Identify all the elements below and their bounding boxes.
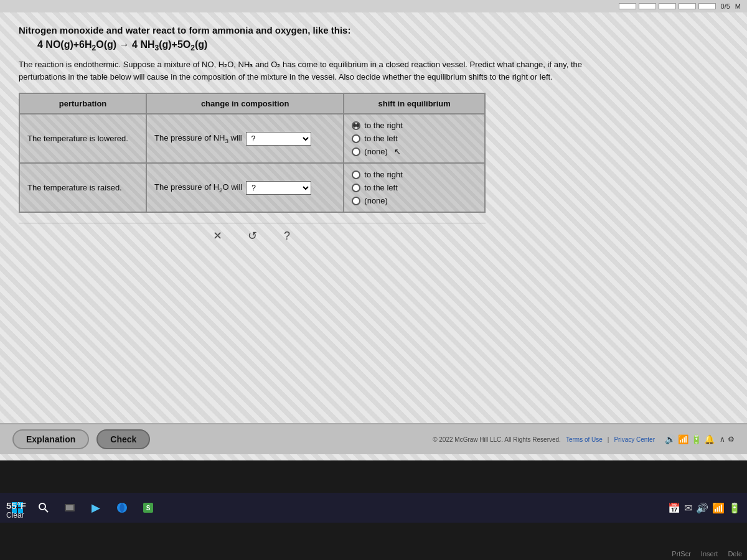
progress-seg-1 — [619, 3, 636, 9]
insert-hint: Insert — [701, 550, 718, 558]
progress-text: 0/5 — [721, 2, 730, 10]
search-button[interactable] — [32, 497, 55, 519]
cursor-indicator: ↖ — [394, 147, 401, 156]
settings-icon: ⚙ — [728, 435, 735, 444]
radio-label-left-2: to the left — [364, 183, 397, 192]
progress-bar: 0/5 — [619, 2, 730, 10]
copyright-text: © 2022 McGraw Hill LLC. All Rights Reser… — [433, 436, 561, 443]
taskbar-tray: 📅 ✉ 🔊 📶 🔋 — [668, 502, 741, 514]
help-icon[interactable]: ? — [278, 227, 296, 245]
equilibrium-table-wrapper: perturbation change in composition shift… — [19, 93, 728, 213]
progress-seg-5 — [698, 3, 716, 9]
composition-2: The pressure of H2O will ? increase decr… — [146, 163, 344, 212]
bottom-action-bar: Explanation Check © 2022 McGraw Hill LLC… — [0, 423, 747, 454]
weather-widget: 55°F Clear — [6, 500, 26, 520]
shift-1: to the right to the left (none) ↖ — [344, 114, 485, 163]
radio-circle-none-1 — [352, 147, 360, 156]
svg-point-4 — [39, 503, 45, 510]
system-tray: 🔊 📶 🔋 🔔 — [665, 434, 715, 444]
taskbar-wifi-icon[interactable]: 📶 — [712, 502, 725, 514]
radio-circle-left-1 — [352, 134, 360, 143]
problem-header: Nitrogen monoxide and water react to for… — [19, 25, 728, 35]
keyboard-hints: PrtScr Insert Dele — [667, 548, 747, 560]
svg-line-5 — [45, 509, 48, 512]
radio-left-2[interactable]: to the left — [352, 183, 477, 192]
radio-none-2[interactable]: (none) — [352, 196, 477, 205]
svg-text:S: S — [146, 505, 151, 511]
perturbation-2: The temperature is raised. — [19, 163, 146, 212]
radio-left-1[interactable]: to the left — [352, 134, 477, 143]
prtscn-hint: PrtScr — [672, 550, 691, 558]
explanation-button[interactable]: Explanation — [12, 429, 89, 449]
undo-icon[interactable]: ↺ — [243, 227, 261, 245]
table-row: The temperature is raised. The pressure … — [19, 163, 485, 212]
delete-hint: Dele — [728, 550, 742, 558]
page-label: M — [735, 2, 741, 10]
system-icons: © 2022 McGraw Hill LLC. All Rights Reser… — [433, 434, 735, 444]
notification-icon: 🔔 — [704, 434, 715, 444]
shift-2: to the right to the left (none) — [344, 163, 485, 212]
taskbar-mail-icon[interactable]: ✉ — [684, 502, 692, 514]
close-icon[interactable]: ✕ — [209, 227, 226, 245]
volume-icon: 📶 — [678, 434, 688, 444]
progress-seg-3 — [659, 3, 676, 9]
desktop-bottom — [0, 523, 747, 560]
chemical-equation: 4 NO(g)+6H2O(g) → 4 NH3(g)+5O2(g) — [37, 39, 728, 52]
composition-dropdown-2[interactable]: ? increase decrease stay the same — [246, 181, 311, 195]
table-row: The temperature is lowered. The pressure… — [19, 114, 485, 163]
composition-1: The pressure of NH3 will ? increase decr… — [146, 114, 344, 163]
radio-right-1[interactable]: to the right — [352, 121, 477, 130]
radio-label-right-1: to the right — [364, 121, 402, 130]
battery-icon: 🔋 — [691, 434, 702, 444]
svg-rect-7 — [66, 505, 73, 510]
content-panel: Nitrogen monoxide and water react to for… — [0, 12, 747, 460]
taskbar-speaker-icon[interactable]: 🔊 — [696, 502, 708, 514]
network-icon: 🔊 — [665, 434, 675, 444]
progress-seg-4 — [679, 3, 696, 9]
radio-group-2: to the right to the left (none) — [352, 170, 477, 205]
taskbar-app-1[interactable] — [59, 497, 81, 519]
composition-prefix-2: The pressure of H2O will — [154, 182, 242, 194]
radio-circle-right-2 — [352, 170, 360, 179]
radio-label-none-2: (none) — [364, 196, 388, 205]
composition-prefix-1: The pressure of NH3 will — [154, 133, 242, 144]
weather-temp: 55°F — [6, 500, 26, 511]
top-bar: 0/5 M — [0, 0, 747, 12]
taskbar-app-4[interactable]: S — [137, 497, 159, 519]
radio-group-1: to the right to the left (none) ↖ — [352, 121, 477, 156]
taskbar-app-3[interactable] — [111, 497, 133, 519]
check-button[interactable]: Check — [96, 429, 150, 449]
separator: | — [608, 436, 609, 443]
progress-seg-2 — [639, 3, 656, 9]
col-perturbation: perturbation — [19, 93, 146, 114]
composition-dropdown-1[interactable]: ? increase decrease stay the same — [246, 132, 311, 146]
perturbation-1: The temperature is lowered. — [19, 114, 146, 163]
up-chevron-icon: ∧ — [720, 435, 725, 444]
taskbar: ▶ S 📅 ✉ 🔊 📶 🔋 — [0, 493, 747, 523]
radio-right-2[interactable]: to the right — [352, 170, 477, 179]
problem-description: The reaction is endothermic. Suppose a m… — [19, 58, 728, 83]
terms-link[interactable]: Terms of Use — [566, 436, 603, 443]
radio-circle-left-2 — [352, 184, 360, 192]
chevron-icons: ∧ ⚙ — [720, 435, 735, 444]
radio-label-left-1: to the left — [364, 134, 397, 143]
taskbar-app-2[interactable]: ▶ — [85, 497, 107, 519]
radio-circle-right-1 — [352, 121, 360, 130]
col-change: change in composition — [146, 93, 344, 114]
taskbar-battery-icon[interactable]: 🔋 — [728, 502, 741, 514]
privacy-link[interactable]: Privacy Center — [614, 436, 655, 443]
radio-none-1[interactable]: (none) ↖ — [352, 147, 477, 156]
equilibrium-table: perturbation change in composition shift… — [19, 93, 486, 213]
col-shift: shift in equilibrium — [344, 93, 485, 114]
taskbar-calendar-icon[interactable]: 📅 — [668, 502, 680, 514]
radio-circle-none-2 — [352, 197, 360, 205]
weather-condition: Clear — [6, 511, 26, 520]
radio-label-right-2: to the right — [364, 170, 402, 179]
radio-label-none-1: (none) — [364, 147, 388, 156]
